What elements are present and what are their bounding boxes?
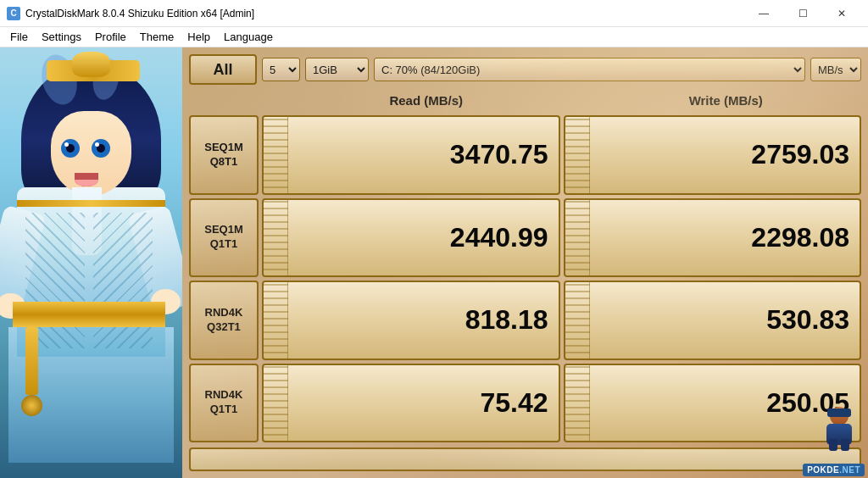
gold-trim [17,200,165,207]
menu-bar: FileSettingsProfileThemeHelpLanguage [0,27,868,47]
bench-row-seq1m-q1t1: SEQ1MQ1T1 2440.99 2298.08 [189,198,861,278]
write-header: Write (MB/s) [565,93,862,108]
read-header: Read (MB/s) [265,93,562,108]
close-button[interactable]: ✕ [822,0,861,27]
hair-ornament [72,52,110,77]
read-value-rnd4k-q1t1: 75.42 [262,364,560,443]
title-bar: C CrystalDiskMark 8.0.4 Shizuku Edition … [0,0,868,27]
read-value-seq1m-q8t1: 3470.75 [262,115,560,195]
kimono-pattern-right [93,213,153,348]
app-icon: C [7,7,20,20]
runs-select[interactable]: 5 1 3 10 [262,58,300,81]
bench-row-seq1m-q8t1: SEQ1MQ8T1 3470.75 2759.03 [189,115,861,195]
read-value-seq1m-q1t1: 2440.99 [262,198,560,278]
read-number-rnd4k-q1t1: 75.42 [480,387,548,419]
size-select[interactable]: 1GiB 512MiB 2GiB 4GiB [305,58,369,81]
title-bar-text: CrystalDiskMark 8.0.4 Shizuku Edition x6… [25,8,744,19]
bench-label-seq1m-q1t1: SEQ1MQ1T1 [189,198,259,278]
write-number-seq1m-q8t1: 2759.03 [751,139,849,170]
write-value-rnd4k-q1t1: 250.05 [564,364,862,443]
benchmark-rows: SEQ1MQ8T1 3470.75 2759.03 SEQ1MQ1T1 2440… [189,115,861,442]
results-panel: All 5 1 3 10 1GiB 512MiB 2GiB 4GiB C: 70… [182,47,868,478]
bench-row-rnd4k-q1t1: RND4KQ1T1 75.42 250.05 [189,364,861,443]
left-eye [61,139,80,158]
pokde-figure-area [819,407,860,451]
bench-row-rnd4k-q32t1: RND4KQ32T1 818.18 530.83 [189,281,861,360]
write-value-seq1m-q1t1: 2298.08 [564,198,862,278]
menu-item-profile[interactable]: Profile [88,27,133,47]
write-number-rnd4k-q32t1: 530.83 [766,304,849,336]
mascot-figure [819,407,860,451]
bottom-bar [189,447,861,471]
menu-item-file[interactable]: File [3,27,35,47]
bench-label-seq1m-q8t1: SEQ1MQ8T1 [189,115,259,195]
minimize-button[interactable]: — [744,0,783,27]
maximize-button[interactable]: ☐ [783,0,822,27]
menu-item-language[interactable]: Language [217,27,280,47]
menu-item-help[interactable]: Help [181,27,217,47]
bench-label-rnd4k-q32t1: RND4KQ32T1 [189,281,259,360]
mouth [75,173,98,186]
anime-panel [0,47,182,478]
read-value-rnd4k-q32t1: 818.18 [262,281,560,360]
right-eye [92,139,110,158]
unit-select[interactable]: MB/s GB/s [810,58,861,81]
menu-item-settings[interactable]: Settings [35,27,88,47]
pokde-badge: POKDE.NET [803,464,865,476]
read-number-seq1m-q1t1: 2440.99 [450,222,548,253]
read-number-rnd4k-q32t1: 818.18 [465,304,548,336]
window-controls: — ☐ ✕ [744,0,861,27]
menu-item-theme[interactable]: Theme [133,27,181,47]
drive-select[interactable]: C: 70% (84/120GiB) [374,58,805,81]
write-value-rnd4k-q32t1: 530.83 [564,281,862,360]
write-number-seq1m-q1t1: 2298.08 [751,222,849,253]
column-headers: Read (MB/s) Write (MB/s) [189,88,861,112]
charm-1 [25,327,38,395]
charm-ball [21,395,42,416]
controls-row: All 5 1 3 10 1GiB 512MiB 2GiB 4GiB C: 70… [189,54,861,85]
mascot-right-leg [841,439,849,451]
mascot-hat [827,409,851,417]
mascot-left-leg [829,439,837,451]
read-number-seq1m-q8t1: 3470.75 [450,139,548,170]
all-button[interactable]: All [189,54,257,85]
obi-sash [13,302,165,327]
write-value-seq1m-q8t1: 2759.03 [564,115,862,195]
main-content: All 5 1 3 10 1GiB 512MiB 2GiB 4GiB C: 70… [0,47,868,478]
bench-label-rnd4k-q1t1: RND4KQ1T1 [189,364,259,443]
